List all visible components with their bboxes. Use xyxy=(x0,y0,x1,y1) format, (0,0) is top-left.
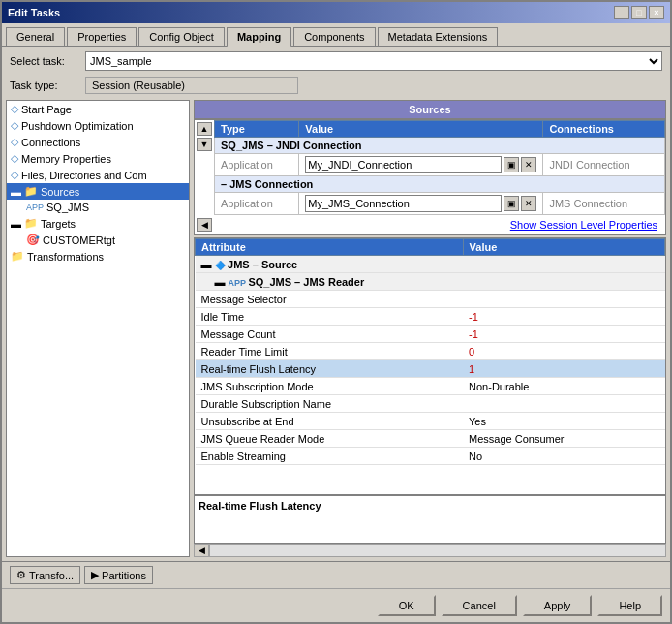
jms-section-label: – JMS Connection xyxy=(215,176,665,193)
attr-row-queue-reader-mode[interactable]: JMS Queue Reader Mode Message Consumer xyxy=(196,430,665,448)
connections-table: Type Value Connections SQ_JMS – JNDI Con… xyxy=(214,120,665,215)
connections-table-area: ▲ ▼ Type Value Connections xyxy=(194,119,666,235)
jndi-value-cell: ▣ ✕ xyxy=(299,154,543,176)
attr-value: Message Consumer xyxy=(463,430,664,448)
attributes-table: Attribute Value ▬ 🔷 JMS – Source xyxy=(195,238,665,465)
jms-clear-button[interactable]: ✕ xyxy=(521,196,536,211)
tree-item-pushdown[interactable]: ◇ Pushdown Optimization xyxy=(7,117,189,134)
jndi-conn-label: JNDI Connection xyxy=(543,154,665,176)
group-text: JMS – Source xyxy=(228,259,297,270)
apply-button[interactable]: Apply xyxy=(523,595,593,616)
target-icon: 🎯 xyxy=(26,234,40,246)
jms-value-input[interactable] xyxy=(305,195,502,212)
tree-label: Files, Directories and Com xyxy=(21,170,147,181)
attr-row-message-count[interactable]: Message Count -1 xyxy=(196,326,665,343)
attr-value: Non-Durable xyxy=(463,378,664,395)
show-session-link[interactable]: Show Session Level Properties xyxy=(504,217,663,233)
left-tree-panel: ◇ Start Page ◇ Pushdown Optimization ◇ C… xyxy=(6,100,190,557)
tab-bar: General Properties Config Object Mapping… xyxy=(2,23,670,47)
jms-conn-label: JMS Connection xyxy=(543,193,665,215)
ok-button[interactable]: OK xyxy=(378,595,436,616)
attr-row-durable-subscription[interactable]: Durable Subscription Name xyxy=(196,395,665,413)
tree-item-memory[interactable]: ◇ Memory Properties xyxy=(7,150,189,167)
cancel-button[interactable]: Cancel xyxy=(442,595,517,616)
tab-general[interactable]: General xyxy=(6,27,65,46)
attr-label: Idle Time xyxy=(196,308,464,326)
scroll-left-arrow[interactable]: ◀ xyxy=(197,218,212,232)
jms-edit-button[interactable]: ▣ xyxy=(504,196,519,211)
tree-item-sq-jms[interactable]: APP SQ_JMS xyxy=(7,200,189,215)
tab-properties[interactable]: Properties xyxy=(67,27,137,46)
scroll-track[interactable] xyxy=(209,544,666,557)
horizontal-scrollbar[interactable]: ◀ xyxy=(194,544,666,557)
help-button[interactable]: Help xyxy=(597,595,662,616)
sub-expand-icon[interactable]: ▬ xyxy=(215,276,226,288)
jms-value-cell: ▣ ✕ xyxy=(299,193,543,215)
jndi-connection-row: Application ▣ ✕ JNDI Connection xyxy=(215,154,665,176)
attr-value: Yes xyxy=(463,413,664,430)
scroll-up-arrow[interactable]: ▲ xyxy=(197,122,212,136)
select-task-dropdown[interactable]: JMS_sample xyxy=(85,51,662,71)
attr-label: Real-time Flush Latency xyxy=(196,360,464,378)
jms-source-group: ▬ 🔷 JMS – Source xyxy=(196,256,665,273)
app-icon: APP xyxy=(26,203,44,212)
arrow-column: ▲ ▼ xyxy=(195,120,214,215)
attr-row-idle-time[interactable]: Idle Time -1 xyxy=(196,308,665,326)
tree-item-transformations[interactable]: 📁 Transformations xyxy=(7,248,189,265)
transformations-tab-button[interactable]: ⚙ Transfo... xyxy=(10,566,80,584)
tab-mapping[interactable]: Mapping xyxy=(227,27,291,47)
attr-row-streaming[interactable]: Enable Streaming No xyxy=(196,448,665,465)
sub-icon: APP xyxy=(229,278,249,288)
title-bar: Edit Tasks _ □ × xyxy=(2,2,670,23)
col-value: Value xyxy=(463,239,664,256)
attributes-table-area[interactable]: Attribute Value ▬ 🔷 JMS – Source xyxy=(194,237,666,495)
group-icon: 🔷 xyxy=(215,261,229,270)
diamond-icon: ◇ xyxy=(11,136,18,148)
tree-item-sources[interactable]: ▬ 📁 Sources xyxy=(7,183,189,200)
tab-config-object[interactable]: Config Object xyxy=(138,27,225,46)
attr-value: No xyxy=(463,448,664,465)
tab-metadata-extensions[interactable]: Metadata Extensions xyxy=(378,27,499,46)
partitions-tab-button[interactable]: ▶ Partitions xyxy=(84,566,153,584)
transformations-tab-label: Transfo... xyxy=(29,570,74,581)
attr-row-message-selector[interactable]: Message Selector xyxy=(196,291,665,308)
right-panel: Sources ▲ ▼ Type Value Connections xyxy=(194,100,666,557)
sub-text: SQ_JMS – JMS Reader xyxy=(248,276,364,288)
group-expand-icon[interactable]: ▬ xyxy=(201,259,212,270)
scroll-down-arrow[interactable]: ▼ xyxy=(197,138,212,151)
jndi-section-header: SQ_JMS – JNDI Connection xyxy=(215,138,665,154)
attr-value: 1 xyxy=(463,360,664,378)
maximize-button[interactable]: □ xyxy=(631,6,647,19)
tree-item-files[interactable]: ◇ Files, Directories and Com xyxy=(7,167,189,183)
attr-label: Reader Time Limit xyxy=(196,343,464,360)
select-task-row: Select task: JMS_sample xyxy=(2,47,670,75)
bottom-bar: ⚙ Transfo... ▶ Partitions xyxy=(2,561,670,588)
attr-row-unsubscribe[interactable]: Unsubscribe at End Yes xyxy=(196,413,665,430)
tree-item-targets[interactable]: ▬ 📁 Targets xyxy=(7,215,189,232)
scroll-left-btn[interactable]: ◀ xyxy=(194,544,209,557)
folder-icon: 📁 xyxy=(24,185,38,198)
jndi-clear-button[interactable]: ✕ xyxy=(521,157,536,172)
top-section: Select task: JMS_sample Task type: Sessi… xyxy=(2,47,670,96)
attr-row-flush-latency[interactable]: Real-time Flush Latency 1 xyxy=(196,360,665,378)
tree-item-connections[interactable]: ◇ Connections xyxy=(7,134,189,150)
attr-row-reader-time-limit[interactable]: Reader Time Limit 0 xyxy=(196,343,665,360)
tree-label: Sources xyxy=(41,186,79,198)
diamond-icon: ◇ xyxy=(11,169,18,181)
sq-jms-reader-group: ▬ APP SQ_JMS – JMS Reader xyxy=(196,273,665,291)
jndi-value-input[interactable] xyxy=(305,156,502,173)
expand-icon: ▬ xyxy=(11,186,21,198)
col-type: Type xyxy=(215,121,299,138)
attr-row-jms-subscription[interactable]: JMS Subscription Mode Non-Durable xyxy=(196,378,665,395)
close-button[interactable]: × xyxy=(649,6,664,19)
tab-components[interactable]: Components xyxy=(293,27,375,46)
tree-label: Connections xyxy=(21,137,80,148)
minimize-button[interactable]: _ xyxy=(614,6,629,19)
description-text: Real-time Flush Latency xyxy=(199,500,661,512)
jms-section-header: – JMS Connection xyxy=(215,176,665,193)
sources-header: Sources xyxy=(194,100,666,119)
tree-item-customer-tgt[interactable]: 🎯 CUSTOMERtgt xyxy=(7,232,189,248)
attr-label: Message Selector xyxy=(196,291,464,308)
jndi-edit-button[interactable]: ▣ xyxy=(504,157,519,172)
tree-item-start-page[interactable]: ◇ Start Page xyxy=(7,101,189,117)
